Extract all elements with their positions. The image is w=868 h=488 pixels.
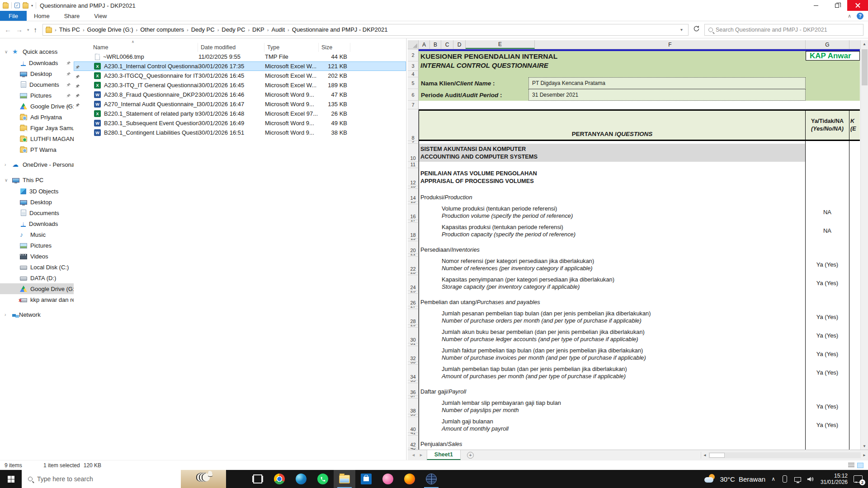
sheet-row-36[interactable]: 36Daftar gaji/Payroll bbox=[408, 383, 860, 396]
sheet-cells[interactable]: Nama Klien/Client Name :PT Digdaya Kenca… bbox=[419, 77, 860, 89]
ribbon-tab-home[interactable]: Home bbox=[27, 11, 57, 21]
sidebar-item-documents[interactable]: Documents bbox=[0, 79, 74, 90]
answer-cell[interactable] bbox=[806, 436, 849, 448]
question-cell[interactable]: Pembelian dan utang/Purchases and payabl… bbox=[419, 294, 806, 306]
scroll-down-icon[interactable]: ▼ bbox=[861, 442, 868, 450]
sidebar-item-documents[interactable]: Documents bbox=[0, 207, 74, 218]
breadcrumb-segment[interactable]: Questionnaire and PMPJ - DKP2021 bbox=[290, 26, 390, 33]
sheet-row-26[interactable]: 26Pembelian dan utang/Purchases and paya… bbox=[408, 294, 860, 306]
file-row[interactable]: XB220.1_Statement of related party trans… bbox=[74, 109, 406, 118]
file-row[interactable]: WA270_Internal Audit Questionnaire_DKP2.… bbox=[74, 99, 406, 109]
file-row[interactable]: ~WRL0066.tmp11/02/2025 9:55TMP File44 KB bbox=[74, 52, 406, 61]
scroll-up-icon[interactable]: ▲ bbox=[861, 40, 868, 47]
breadcrumb-segment[interactable]: Other computers bbox=[138, 26, 186, 33]
client-name-value[interactable]: PT Digdaya Kencana Pratama bbox=[528, 77, 806, 89]
sheet-row-11[interactable]: 11 bbox=[408, 162, 860, 168]
row-number[interactable]: 11 bbox=[408, 162, 419, 168]
kap-anwar-label[interactable]: KAP Anwar bbox=[806, 51, 860, 61]
row-number[interactable]: 4 bbox=[408, 71, 419, 77]
file-row[interactable]: WA230.8_Fraud Questionnaire_DKP202130/01… bbox=[74, 90, 406, 99]
row-number[interactable]: 5 bbox=[408, 77, 419, 89]
answer-cell[interactable]: Ya (Yes) bbox=[806, 346, 849, 362]
sheet-nav-right-icon[interactable]: ► bbox=[419, 453, 427, 457]
row-number[interactable]: 6 bbox=[408, 89, 419, 101]
column-header-D[interactable]: D bbox=[453, 40, 466, 49]
sheet-cells[interactable] bbox=[419, 101, 860, 109]
sheet-cells[interactable]: KUESIONER PENGENDALIAN INTERNALKAP Anwar bbox=[419, 49, 860, 61]
question-cell[interactable]: Jumlah lembar slip pembayaran gaji tiap … bbox=[419, 399, 806, 414]
row-number[interactable]: 18 bbox=[408, 223, 419, 239]
column-header-partial[interactable] bbox=[849, 40, 860, 49]
answer-cell[interactable] bbox=[806, 162, 849, 168]
row-number[interactable]: 24 bbox=[408, 275, 419, 291]
new-folder-icon[interactable] bbox=[23, 3, 28, 9]
note-cell[interactable] bbox=[849, 241, 860, 254]
note-cell[interactable] bbox=[849, 383, 860, 396]
row-number[interactable]: 30 bbox=[408, 328, 419, 343]
taskbar-app-firefox[interactable] bbox=[399, 470, 420, 488]
restore-button[interactable] bbox=[826, 0, 847, 11]
sidebar-item-google-drive-g-[interactable]: Google Drive (G:) bbox=[0, 101, 74, 112]
sidebar-item-adi-priyatna[interactable]: Adi Priyatna bbox=[0, 112, 74, 122]
expand-caret-icon[interactable]: ∨ bbox=[5, 49, 9, 54]
vertical-scroll-thumb[interactable] bbox=[862, 49, 868, 85]
row-number[interactable]: 3 bbox=[408, 61, 419, 71]
forward-button[interactable]: → bbox=[16, 26, 23, 33]
answer-cell[interactable] bbox=[806, 189, 849, 202]
answer-cell[interactable] bbox=[806, 383, 849, 396]
minimize-button[interactable] bbox=[806, 0, 826, 11]
network-icon[interactable] bbox=[794, 477, 801, 482]
address-dropdown-icon[interactable]: ▾ bbox=[678, 27, 685, 32]
answer-cell[interactable]: NA bbox=[806, 223, 849, 239]
question-cell[interactable]: Jumlah gaji bulananAmount of monthly pay… bbox=[419, 417, 806, 433]
question-cell[interactable]: Jumlah pembelian tiap bulan (dan per jen… bbox=[419, 365, 806, 380]
sidebar-item-google-drive-g-[interactable]: Google Drive (G:) bbox=[0, 283, 74, 294]
taskbar-app-chrome[interactable] bbox=[269, 470, 290, 488]
column-header-C[interactable]: C bbox=[441, 40, 453, 49]
ribbon-tab-file[interactable]: File bbox=[0, 11, 27, 21]
row-number[interactable]: 22 bbox=[408, 257, 419, 272]
note-cell[interactable] bbox=[849, 294, 860, 306]
sheet-corner-cell[interactable] bbox=[408, 40, 419, 49]
up-button[interactable]: ↑ bbox=[34, 26, 38, 33]
answer-cell[interactable]: Ya (Yes) bbox=[806, 257, 849, 272]
note-cell[interactable] bbox=[849, 204, 860, 220]
sheet-row-24[interactable]: 24Kapasitas penyimpanan (per kategori pe… bbox=[408, 275, 860, 291]
sidebar-item-pt-warna[interactable]: PT Warna bbox=[0, 144, 74, 155]
recent-locations-caret-icon[interactable]: ▾ bbox=[27, 28, 29, 32]
large-icons-view-icon[interactable] bbox=[857, 463, 863, 468]
sheet-row-38[interactable]: 38Jumlah lembar slip pembayaran gaji tia… bbox=[408, 399, 860, 414]
note-cell[interactable] bbox=[849, 309, 860, 325]
sheet-nav-left-icon[interactable]: ◄ bbox=[408, 453, 419, 457]
sheet-cells[interactable]: Periode Audit/Audit Period :31 Desember … bbox=[419, 89, 860, 101]
sidebar-section-onedrive-personal[interactable]: ›☁OneDrive - Personal bbox=[0, 159, 74, 170]
sheet-tab[interactable]: Sheet1 bbox=[427, 450, 461, 460]
note-cell[interactable] bbox=[849, 417, 860, 433]
horizontal-scrollbar[interactable]: ◄ ► bbox=[701, 452, 868, 459]
taskbar-app-whatsapp[interactable] bbox=[312, 470, 334, 488]
sidebar-item-pictures[interactable]: Pictures bbox=[0, 240, 74, 251]
help-icon[interactable]: ? bbox=[857, 13, 863, 19]
column-header-G[interactable]: G bbox=[806, 40, 849, 49]
note-cell[interactable] bbox=[849, 399, 860, 414]
taskbar-app-globe-app[interactable] bbox=[420, 470, 442, 488]
question-cell[interactable]: Daftar gaji/Payroll bbox=[419, 383, 806, 396]
close-button[interactable] bbox=[847, 0, 868, 11]
sheet-cells[interactable]: INTERNAL CONTROL QUESTIONNAIRE bbox=[419, 61, 860, 71]
answer-cell[interactable] bbox=[806, 144, 849, 162]
sidebar-section-this-pc[interactable]: ∨This PC bbox=[0, 174, 74, 186]
note-cell[interactable] bbox=[849, 328, 860, 343]
file-row[interactable]: WB230.1_Subsequent Event Questionnaire_.… bbox=[74, 118, 406, 128]
taskbar-search-input[interactable]: Type here to search bbox=[22, 470, 226, 488]
note-cell[interactable] bbox=[849, 275, 860, 291]
question-cell[interactable]: Penjualan/Sales bbox=[419, 436, 806, 448]
sidebar-section-network[interactable]: ›Network bbox=[0, 309, 74, 320]
answer-cell[interactable]: Ya (Yes) bbox=[806, 399, 849, 414]
sidebar-item-downloads[interactable]: ↓Downloads bbox=[0, 57, 74, 68]
question-cell[interactable]: Kapasitas penyimpanan (per kategori pers… bbox=[419, 275, 806, 291]
question-cell[interactable]: Jumlah akun buku besar pembelian (dan pe… bbox=[419, 328, 806, 343]
sheet-row-22[interactable]: 22Nomor referensi (per kategori persedia… bbox=[408, 257, 860, 272]
column-header-E[interactable]: E bbox=[466, 40, 535, 49]
properties-icon[interactable]: ✓ bbox=[14, 3, 20, 8]
taskbar-clock[interactable]: 15:12 31/01/2026 bbox=[821, 473, 848, 485]
